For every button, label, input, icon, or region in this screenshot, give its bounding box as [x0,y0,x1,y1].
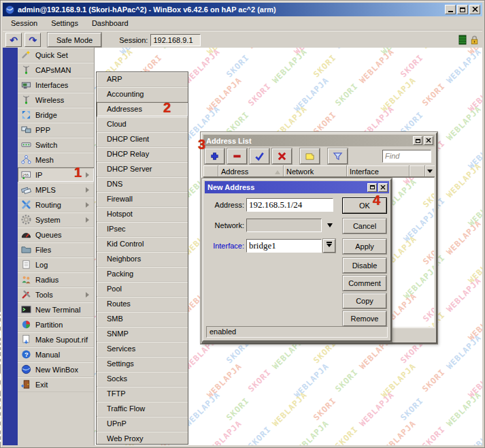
watermark-word: SKORI [246,425,273,445]
submenu-item-dhcp-server[interactable]: DHCP Server [97,162,188,177]
submenu-item-dhcp-relay[interactable]: DHCP Relay [97,147,188,162]
submenu-item-cloud[interactable]: Cloud [97,117,188,132]
interface-dropdown-button[interactable] [323,239,335,253]
interface-input[interactable] [246,239,322,253]
sidebar-item-bridge[interactable]: Bridge [18,108,94,123]
disable-entry-button[interactable] [272,148,292,164]
sidebar-item-ip[interactable]: 255IP [18,167,94,182]
column-chooser-button[interactable] [425,165,435,176]
redo-button[interactable] [24,33,41,47]
submenu-item-hotspot[interactable]: Hotspot [97,207,188,222]
menu-settings[interactable]: Settings [44,18,85,29]
sidebar-item-switch[interactable]: Switch [18,138,94,153]
watermark-word: WEBLAPJA [445,276,482,314]
apply-button[interactable]: Apply [343,239,386,254]
submenu-item-upnp[interactable]: UPnP [97,417,188,432]
submenu-item-addresses[interactable]: Addresses [97,102,188,117]
maximize-button[interactable] [413,136,422,145]
remove-entry-button[interactable] [227,148,247,164]
submenu-item-kid-control[interactable]: Kid Control [97,237,188,252]
submenu-item-pool[interactable]: Pool [97,282,188,297]
sidebar-item-manual[interactable]: ?Manual [18,347,94,362]
close-button[interactable] [424,136,433,145]
close-icon [472,7,478,12]
copy-button[interactable]: Copy [343,293,386,308]
watermark-word: SKORI [420,425,447,445]
menu-dashboard[interactable]: Dashboard [85,18,135,29]
submenu-item-snmp[interactable]: SNMP [97,327,188,342]
undo-button[interactable] [5,33,22,47]
safe-mode-button[interactable]: Safe Mode [48,33,101,47]
watermark-word: SKORI [420,48,447,50]
cancel-button[interactable]: Cancel [343,219,386,234]
traffic-indicator-icon [458,35,467,45]
submenu-item-settings[interactable]: Settings [97,357,188,372]
submenu-item-accounting[interactable]: Accounting [97,87,188,102]
menu-bar: SessionSettingsDashboard [3,16,482,31]
sidebar-item-interfaces[interactable]: Interfaces [18,78,94,93]
submenu-item-arp[interactable]: ARP [97,72,188,87]
maximize-button[interactable] [367,183,377,192]
sidebar-item-mesh[interactable]: Mesh [18,153,94,167]
session-field[interactable] [150,34,201,46]
minimize-button[interactable] [445,5,456,14]
column-header-network[interactable]: Network [284,165,347,176]
enable-button[interactable] [250,148,269,164]
sidebar-item-exit[interactable]: Exit [18,377,94,392]
column-header-interface[interactable]: Interface [347,165,409,176]
submenu-item-neighbors[interactable]: Neighbors [97,252,188,267]
submenu-item-dns[interactable]: DNS [97,177,188,192]
sidebar-item-files[interactable]: Files [18,242,94,257]
comment-button[interactable]: Comment [343,276,386,291]
submenu-item-firewall[interactable]: Firewall [97,192,188,207]
sidebar-item-wireless[interactable]: Wireless [18,93,94,108]
submenu-item-socks[interactable]: Socks [97,372,188,387]
menu-session[interactable]: Session [4,18,44,29]
sidebar-item-system[interactable]: System [18,212,94,227]
sidebar-item-ppp[interactable]: PPP [18,123,94,138]
filter-button[interactable] [328,148,348,164]
find-input[interactable] [382,150,431,163]
sidebar-item-queues[interactable]: Queues [18,227,94,242]
submenu-item-tftp[interactable]: TFTP [97,387,188,402]
new-address-title-bar[interactable]: New Address [205,181,389,193]
add-button[interactable] [205,148,224,164]
sidebar-item-radius[interactable]: Radius [18,272,94,287]
address-list-toolbar [203,146,435,165]
manual-help-icon: ? [21,349,31,359]
close-button[interactable] [469,5,480,14]
submenu-item-smb[interactable]: SMB [97,312,188,327]
sidebar-item-tools[interactable]: Tools [18,287,94,302]
submenu-item-packing[interactable]: Packing [97,267,188,282]
submenu-item-dhcp-client[interactable]: DHCP Client [97,132,188,147]
sidebar-item-mpls[interactable]: MPLS [18,182,94,197]
sidebar-item-capsman[interactable]: CAPsMAN [18,63,94,78]
submenu-item-services[interactable]: Services [97,342,188,357]
sidebar-item-routing[interactable]: Routing [18,197,94,212]
disable-button[interactable]: Disable [343,258,386,273]
address-list-title-bar[interactable]: Address List [203,135,435,146]
submenu-item-traffic-flow[interactable]: Traffic Flow [97,402,188,417]
column-header-select[interactable] [203,165,218,176]
maximize-button[interactable] [457,5,468,14]
remove-button[interactable]: Remove [343,311,386,326]
sidebar-item-label: Routing [35,201,61,209]
submenu-item-ipsec[interactable]: IPsec [97,222,188,237]
submenu-item-routes[interactable]: Routes [97,297,188,312]
network-dropdown-arrow-icon[interactable] [327,223,333,230]
sidebar: Quick SetCAPsMANInterfacesWirelessBridge… [18,48,94,445]
sidebar-item-log[interactable]: Log [18,257,94,272]
supout-doc-icon [21,334,31,345]
network-combo[interactable] [246,219,322,232]
sidebar-item-make-supout-rif[interactable]: Make Supout.rif [18,332,94,347]
sidebar-item-quick-set[interactable]: Quick Set [18,48,94,63]
submenu-item-web-proxy[interactable]: Web Proxy [97,432,188,445]
column-header-address[interactable]: Address [218,165,284,176]
sidebar-item-new-terminal[interactable]: New Terminal [18,302,94,317]
close-button[interactable] [378,183,388,192]
sidebar-item-partition[interactable]: Partition [18,317,94,332]
address-input[interactable] [246,198,333,212]
comment-button[interactable] [300,148,320,164]
minus-icon [232,151,242,161]
sidebar-item-new-winbox[interactable]: New WinBox [18,362,94,377]
